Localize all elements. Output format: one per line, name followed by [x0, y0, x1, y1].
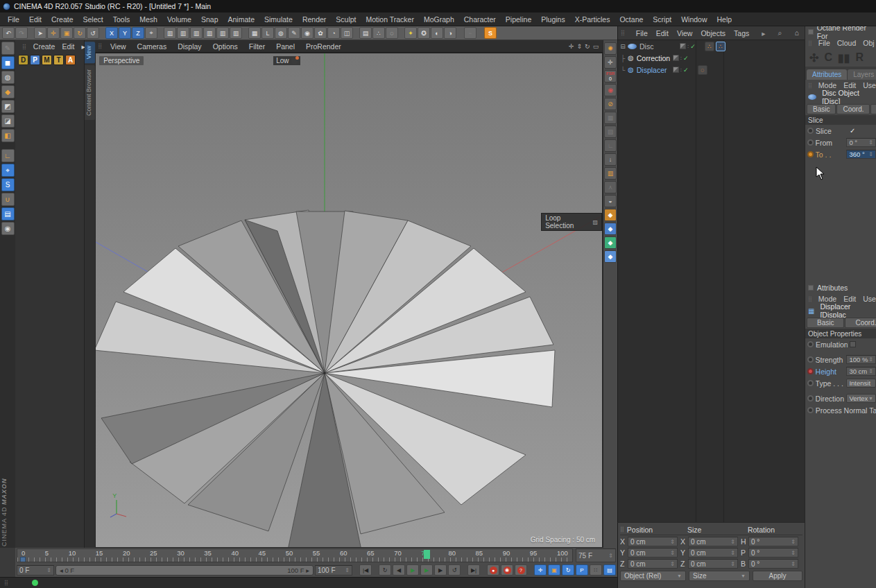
record-rotation-toggle[interactable]: ↻ [562, 564, 574, 576]
spinner-icon[interactable]: ⇕ [868, 139, 873, 146]
to-field[interactable]: 360 °⇕ [846, 150, 876, 159]
keyframe-active-radio-icon[interactable] [807, 368, 814, 374]
menu-item[interactable]: Edit [24, 15, 46, 24]
toolbar-icon[interactable]: L [261, 27, 274, 39]
menu-item[interactable]: X-Particles [570, 15, 615, 24]
menu-item[interactable]: Create [46, 15, 78, 24]
keyframe-radio-icon[interactable] [807, 139, 814, 146]
toolbar-icon[interactable]: ▥ [190, 27, 203, 39]
menu-item[interactable]: Tools [108, 15, 135, 24]
toolbar-icon[interactable]: ✛ [47, 27, 60, 39]
enabled-check-icon[interactable]: ✓ [683, 55, 689, 62]
apply-button[interactable]: Apply [753, 571, 802, 581]
toolbar-icon[interactable]: ∴ [372, 27, 385, 39]
spinner-icon[interactable]: ⇕ [730, 550, 735, 556]
search-icon[interactable]: ⌕ [774, 28, 787, 37]
palette-tile-d[interactable]: D [18, 55, 28, 65]
record-button[interactable]: ● [487, 564, 499, 576]
toolbar-icon[interactable]: ↷ [15, 27, 28, 39]
tab-basic[interactable]: Basic [807, 318, 844, 328]
mode-icon[interactable]: ▤ [1, 207, 15, 220]
pick-material-icon[interactable]: ↓ [604, 153, 617, 166]
direction-dropdown[interactable]: Vertex▼ [846, 394, 876, 403]
frame-range-slider[interactable]: ◂ 0 F 100 F ▸ [55, 565, 314, 576]
record-pla-toggle[interactable]: ∷ [590, 564, 602, 576]
visibility-dots-icon[interactable]: : [680, 68, 682, 72]
enabled-check-icon[interactable]: ✓ [690, 43, 696, 50]
camera-label[interactable]: Perspective [99, 56, 144, 65]
menu-item[interactable]: Character [459, 15, 501, 24]
material-orange-icon[interactable]: ◆ [604, 209, 617, 221]
menu-item[interactable]: Volume [162, 15, 196, 24]
menu-item[interactable]: Window [676, 15, 712, 24]
palette-menu-edit[interactable]: Edit [59, 42, 77, 51]
spinner-icon[interactable]: ⇕ [730, 539, 735, 545]
goto-end-button[interactable]: ▶| [467, 564, 480, 576]
camera-lock-icon[interactable]: ▦ [604, 112, 617, 124]
viewport-menu-item[interactable]: Filter [243, 42, 270, 51]
stop-render-icon[interactable]: ⊘ [604, 98, 617, 110]
menu-item[interactable]: Motion Tracker [361, 15, 419, 24]
toolbar-icon[interactable]: ⌁ [464, 27, 476, 39]
menu-item[interactable]: Animate [223, 15, 259, 24]
toolbar-icon[interactable]: ◉ [301, 27, 314, 39]
toolbar-icon[interactable]: ✿ [314, 27, 327, 39]
fsr-indicator[interactable]: FSR0 [604, 70, 617, 83]
autokey-button[interactable]: ◉ [501, 564, 513, 576]
rotation-h-field[interactable]: 0 °⇕ [748, 537, 798, 546]
play-button[interactable]: ▶ [406, 564, 419, 576]
collapse-icon[interactable]: ⊟ [618, 43, 628, 50]
octane-region-icon[interactable]: R [856, 51, 864, 64]
mode-icon[interactable]: ◩ [1, 100, 15, 113]
mode-icon[interactable]: ✎ [1, 42, 15, 55]
toolbar-icon[interactable]: ▤ [359, 27, 372, 39]
menu-item[interactable]: Help [712, 15, 737, 24]
toolbar-icon[interactable]: X [105, 27, 118, 39]
phong-tag-icon[interactable]: ∴ [705, 42, 714, 51]
toolbar-icon[interactable]: ◌ [386, 27, 398, 39]
om-menu-item[interactable]: Tags [730, 29, 753, 37]
loop-button[interactable]: ↺ [448, 564, 461, 576]
material-green-icon[interactable]: ◆ [604, 236, 617, 249]
toolbar-icon[interactable]: ✦ [404, 27, 417, 39]
tree-row-disc[interactable]: ⊟ Disc : ✓ ∴ ∴ [618, 40, 823, 52]
keyframe-radio-icon[interactable] [807, 380, 814, 386]
palette-tile-p[interactable]: P [30, 55, 40, 65]
strength-field[interactable]: 100 %⇕ [846, 355, 876, 364]
toolbar-icon[interactable]: ✪ [418, 27, 430, 39]
viewport-menu-item[interactable]: Options [207, 42, 243, 51]
menu-item[interactable]: Select [78, 15, 108, 24]
spinner-icon[interactable]: ⇕ [868, 356, 873, 363]
toolbar-icon[interactable]: ◔ [327, 27, 340, 39]
mode-icon[interactable]: ◼ [1, 56, 15, 69]
viewport-menu-item[interactable]: Display [172, 42, 207, 51]
toolbar-icon[interactable]: ◫ [341, 27, 353, 39]
render-passes-icon[interactable]: ▥ [604, 167, 617, 180]
timeline-ruler[interactable]: 0510152025303540455055606570758085909510… [17, 548, 573, 562]
frame-75-marker[interactable] [424, 550, 430, 559]
mode-icon[interactable]: ◧ [1, 129, 15, 142]
viewport-menu-item[interactable]: View [105, 42, 132, 51]
record-parameter-toggle[interactable]: P [576, 564, 588, 576]
mode-icon[interactable]: ◪ [1, 114, 15, 128]
visibility-dots-icon[interactable]: : [680, 56, 682, 60]
octane-pause-icon[interactable]: ▮▮ [838, 51, 850, 64]
keyframe-set-radio-icon[interactable] [807, 151, 814, 157]
rotate-view-icon[interactable]: ↻ [585, 43, 590, 50]
mode-icon[interactable]: ◍ [1, 71, 15, 84]
toolbar-icon[interactable]: ↺ [87, 27, 99, 39]
wireframe-icon[interactable]: ∟ [604, 139, 617, 152]
toolbar-icon[interactable]: ▣ [60, 27, 73, 39]
quality-label[interactable]: Low [273, 56, 300, 65]
object-name[interactable]: Disc [639, 42, 680, 51]
octane-menu-objects[interactable]: Obj [859, 39, 876, 47]
home-icon[interactable]: ⌂ [790, 28, 802, 37]
range-end-field[interactable]: 100 F⇕ [315, 565, 352, 576]
layer-swatch-icon[interactable] [680, 43, 686, 49]
keyframe-radio-icon[interactable] [807, 128, 814, 134]
mode-icon[interactable]: ⌖ [1, 164, 15, 177]
playhead-marker[interactable] [20, 557, 26, 562]
menu-item[interactable]: Render [298, 15, 331, 24]
palette-tile-a[interactable]: A [65, 55, 76, 65]
enabled-check-icon[interactable]: ✓ [683, 67, 689, 74]
